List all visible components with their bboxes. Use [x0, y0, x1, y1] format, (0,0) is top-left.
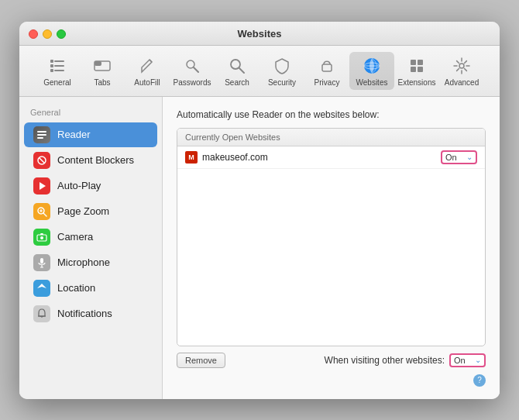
toolbar-item-passwords[interactable]: Passwords	[170, 52, 215, 90]
visiting-other-section: When visiting other websites: On Off ⌄	[325, 353, 486, 367]
main-window: Websites General Tabs AutoFill Password	[19, 22, 500, 399]
sidebar-label-location: Location	[57, 282, 95, 294]
location-icon	[33, 280, 50, 297]
sidebar-item-notifications[interactable]: Notifications	[24, 301, 157, 326]
table-row: M makeuseof.com On Off ⌄	[177, 146, 485, 169]
help-button[interactable]: ?	[473, 374, 486, 387]
auto-play-icon	[33, 177, 50, 195]
svg-line-29	[43, 213, 46, 216]
svg-rect-5	[54, 70, 64, 71]
svg-point-33	[40, 236, 43, 239]
toolbar-item-advanced[interactable]: Advanced	[439, 52, 484, 90]
toolbar-item-security[interactable]: Security	[260, 52, 304, 90]
toolbar-item-autofill[interactable]: AutoFill	[125, 52, 170, 90]
svg-rect-0	[50, 60, 53, 63]
main-panel: Automatically use Reader on the websites…	[163, 97, 500, 399]
sidebar-label-content-blockers: Content Blockers	[57, 154, 134, 166]
toolbar-item-websites[interactable]: Websites	[349, 52, 394, 90]
toolbar-label-tabs: Tabs	[94, 78, 110, 87]
main-description: Automatically use Reader on the websites…	[177, 109, 486, 120]
svg-rect-3	[54, 65, 64, 67]
sidebar-label-microphone: Microphone	[57, 256, 110, 268]
svg-line-12	[239, 68, 244, 73]
visiting-value-select[interactable]: On Off	[454, 356, 475, 365]
svg-rect-22	[37, 131, 46, 133]
sidebar-label-notifications: Notifications	[57, 308, 112, 319]
svg-rect-19	[411, 67, 416, 72]
svg-line-8	[150, 60, 152, 62]
sidebar-label-auto-play: Auto-Play	[57, 180, 101, 191]
bottom-bar: Remove When visiting other websites: On …	[177, 346, 486, 371]
sidebar-label-page-zoom: Page Zoom	[57, 205, 109, 217]
toolbar-item-search[interactable]: Search	[215, 52, 260, 90]
sidebar-item-auto-play[interactable]: Auto-Play	[24, 174, 157, 198]
site-favicon: M	[185, 151, 198, 164]
table-body: M makeuseof.com On Off ⌄	[177, 146, 485, 346]
sidebar-item-camera[interactable]: Camera	[24, 225, 157, 250]
svg-rect-17	[411, 60, 416, 65]
remove-button[interactable]: Remove	[177, 353, 225, 368]
advanced-icon	[451, 55, 473, 77]
svg-rect-23	[37, 134, 46, 136]
table-header: Currently Open Websites	[177, 129, 485, 146]
site-dropdown[interactable]: On Off ⌄	[441, 150, 477, 164]
content-area: General Reader Content Blockers Auto-Pla…	[19, 97, 500, 399]
svg-rect-13	[322, 64, 332, 71]
general-icon	[46, 55, 68, 77]
dropdown-arrow-icon: ⌄	[466, 153, 473, 161]
camera-icon	[33, 229, 50, 246]
svg-rect-34	[40, 258, 43, 263]
svg-line-10	[194, 67, 198, 72]
microphone-icon	[33, 254, 50, 271]
toolbar: General Tabs AutoFill Passwords Search	[19, 46, 500, 97]
site-value-select[interactable]: On Off	[445, 153, 466, 162]
visiting-dropdown-arrow-icon: ⌄	[475, 356, 481, 364]
sidebar-item-content-blockers[interactable]: Content Blockers	[24, 148, 157, 173]
sidebar-item-page-zoom[interactable]: Page Zoom	[24, 199, 157, 224]
sidebar-label-camera: Camera	[57, 231, 93, 243]
passwords-icon	[181, 55, 203, 77]
privacy-icon	[316, 55, 338, 77]
svg-rect-18	[418, 60, 423, 65]
svg-rect-20	[418, 67, 423, 72]
toolbar-label-extensions: Extensions	[398, 78, 436, 87]
close-button[interactable]	[29, 29, 38, 39]
autofill-icon	[136, 55, 158, 77]
websites-icon	[361, 55, 383, 77]
visiting-label: When visiting other websites:	[325, 355, 445, 366]
sidebar: General Reader Content Blockers Auto-Pla…	[19, 97, 163, 399]
svg-marker-27	[40, 182, 46, 190]
search-icon	[226, 55, 248, 77]
toolbar-item-extensions[interactable]: Extensions	[394, 52, 439, 90]
toolbar-label-security: Security	[268, 78, 296, 87]
svg-rect-4	[50, 69, 53, 72]
svg-point-21	[459, 64, 464, 68]
toolbar-label-general: General	[43, 78, 71, 87]
svg-line-26	[40, 157, 45, 163]
maximize-button[interactable]	[57, 29, 66, 39]
svg-marker-37	[37, 284, 46, 288]
toolbar-label-autofill: AutoFill	[134, 78, 160, 87]
svg-rect-1	[54, 60, 64, 62]
svg-rect-24	[37, 137, 43, 139]
window-title: Websites	[238, 28, 282, 40]
toolbar-item-tabs[interactable]: Tabs	[80, 52, 125, 90]
notifications-icon	[33, 305, 50, 322]
toolbar-label-advanced: Advanced	[445, 78, 479, 87]
toolbar-item-general[interactable]: General	[35, 52, 80, 90]
sidebar-item-reader[interactable]: Reader	[24, 122, 157, 147]
visiting-dropdown[interactable]: On Off ⌄	[449, 353, 486, 367]
toolbar-item-privacy[interactable]: Privacy	[304, 52, 349, 90]
svg-point-11	[231, 60, 240, 69]
sidebar-section-label: General	[19, 105, 162, 122]
traffic-lights	[29, 29, 66, 39]
toolbar-label-passwords: Passwords	[174, 78, 211, 87]
sidebar-item-microphone[interactable]: Microphone	[24, 250, 157, 275]
minimize-button[interactable]	[43, 29, 52, 39]
site-name: makeuseof.com	[202, 152, 441, 163]
extensions-icon	[406, 55, 428, 77]
toolbar-label-search: Search	[225, 78, 249, 87]
toolbar-label-websites: Websites	[356, 78, 388, 87]
sidebar-item-location[interactable]: Location	[24, 276, 157, 301]
content-blockers-icon	[33, 152, 50, 169]
